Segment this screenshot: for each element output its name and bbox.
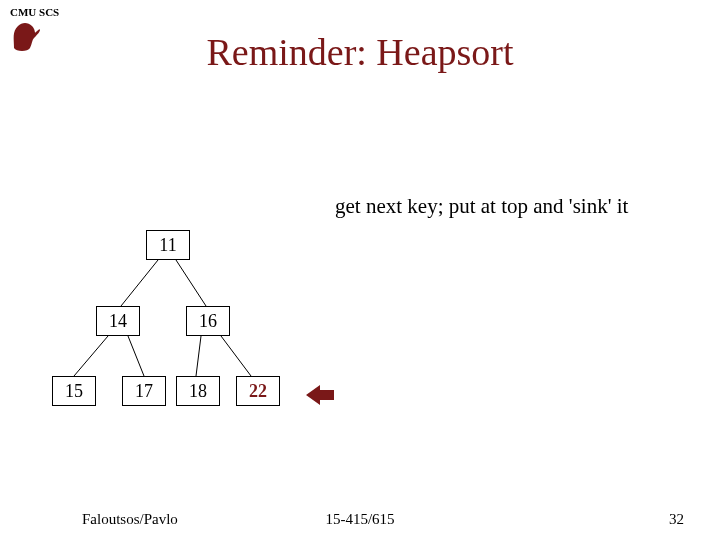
svg-line-5 [221,336,251,376]
footer-course: 15-415/615 [0,511,720,528]
node-lr: 17 [122,376,166,406]
svg-line-3 [128,336,144,376]
slide-title: Reminder: Heapsort [0,30,720,74]
svg-line-4 [196,336,201,376]
svg-line-2 [74,336,108,376]
node-root: 11 [146,230,190,260]
svg-line-1 [176,260,206,306]
step-description: get next key; put at top and 'sink' it [335,194,628,219]
node-left: 14 [96,306,140,336]
node-ll: 15 [52,376,96,406]
svg-line-0 [121,260,158,306]
arrow-left-icon [306,385,334,409]
svg-marker-6 [306,385,334,405]
node-rl: 18 [176,376,220,406]
node-rr-highlighted: 22 [236,376,280,406]
heap-tree-diagram: 11 14 16 15 17 18 22 [46,230,346,430]
org-label: CMU SCS [10,6,59,18]
node-right: 16 [186,306,230,336]
footer-page: 32 [669,511,684,528]
